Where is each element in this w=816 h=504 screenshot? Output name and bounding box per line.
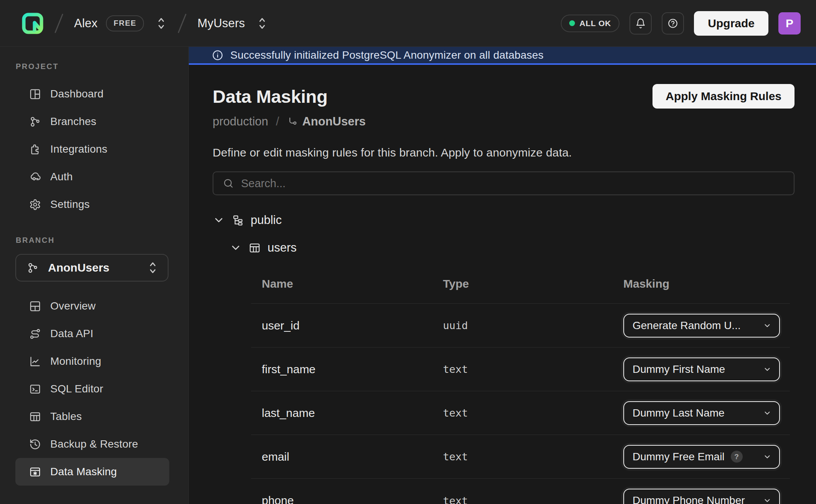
table-row: first_name text Dummy First Name (251, 348, 790, 391)
sidebar-item-auth[interactable]: Auth (15, 163, 169, 191)
help-icon (667, 18, 678, 29)
app-root: Alex FREE MyUsers ALL OK Upgrade P (0, 0, 816, 504)
top-bar-breadcrumbs: Alex FREE MyUsers (21, 12, 268, 35)
sidebar-item-sql-editor[interactable]: SQL Editor (15, 375, 169, 403)
chevron-updown-icon (155, 17, 167, 30)
org-name: Alex (74, 16, 97, 30)
bell-icon (635, 18, 646, 29)
sidebar-item-settings[interactable]: Settings (15, 191, 169, 218)
notifications-button[interactable] (629, 12, 652, 35)
column-header-name: Name (262, 277, 443, 290)
chevron-updown-icon (256, 17, 268, 30)
table-icon (249, 242, 261, 254)
breadcrumb-parent[interactable]: production (213, 115, 268, 128)
neon-logo[interactable] (21, 12, 44, 35)
user-avatar[interactable]: P (778, 12, 801, 35)
sidebar-item-overview[interactable]: Overview (15, 292, 169, 320)
sidebar-item-branches[interactable]: Branches (15, 108, 169, 135)
breadcrumb-separator (178, 13, 187, 33)
top-bar: Alex FREE MyUsers ALL OK Upgrade P (0, 0, 816, 47)
masking-rule-select[interactable]: Dummy First Name (623, 357, 780, 381)
masking-rule-select[interactable]: Dummy Last Name (623, 401, 780, 425)
project-name: MyUsers (197, 16, 245, 30)
page-body: PROJECT Dashboard Branches Integrations … (0, 47, 816, 504)
chart-line-icon (29, 356, 41, 367)
sidebar-section-project: PROJECT (16, 62, 188, 71)
table-name: users (268, 241, 297, 255)
table-row: phone text Dummy Phone Number (251, 479, 790, 504)
columns-table: Name Type Masking user_id uuid Generate … (251, 267, 790, 504)
page-content: Data Masking Apply Masking Rules product… (189, 65, 816, 504)
help-button[interactable] (662, 12, 684, 35)
chevron-down-icon (763, 409, 771, 417)
breadcrumb-current[interactable]: AnonUsers (302, 115, 365, 128)
child-branch-icon (287, 116, 298, 127)
org-plan-badge: FREE (106, 15, 144, 31)
info-banner: Successfully initialized PostgreSQL Anon… (189, 47, 816, 65)
apply-masking-rules-button[interactable]: Apply Masking Rules (652, 84, 795, 109)
masking-rule-select[interactable]: Dummy Free Email ? (623, 445, 780, 469)
chevron-down-icon (763, 365, 771, 374)
dashboard-icon (29, 88, 41, 100)
route-icon (29, 328, 41, 340)
schema-name: public (251, 213, 282, 227)
table-row: email text Dummy Free Email ? (251, 435, 790, 479)
mask-window-icon (29, 466, 41, 478)
masking-rule-select[interactable]: Dummy Phone Number (623, 489, 780, 504)
layout-icon (29, 300, 41, 312)
status-pill[interactable]: ALL OK (561, 15, 620, 32)
schema-icon (232, 214, 244, 226)
sidebar-item-data-masking[interactable]: Data Masking (15, 458, 169, 486)
sidebar-item-tables[interactable]: Tables (15, 403, 169, 430)
sidebar-item-dashboard[interactable]: Dashboard (15, 80, 169, 108)
chevron-down-icon (213, 214, 225, 226)
info-icon (212, 49, 223, 61)
puzzle-icon (29, 143, 41, 155)
sidebar-item-backup-restore[interactable]: Backup & Restore (15, 430, 169, 458)
top-bar-actions: ALL OK Upgrade P (561, 11, 801, 36)
branch-selector-value: AnonUsers (48, 261, 135, 274)
chevron-down-icon (763, 321, 771, 330)
chevron-updown-icon (147, 261, 159, 274)
org-switcher[interactable]: Alex FREE (74, 15, 167, 31)
column-header-masking: Masking (623, 277, 790, 290)
search-box (213, 171, 795, 195)
search-icon (223, 178, 234, 189)
tree-node-table[interactable]: users (230, 239, 795, 257)
git-branch-icon (27, 262, 39, 274)
upgrade-button[interactable]: Upgrade (694, 11, 768, 36)
chevron-down-icon (230, 242, 242, 254)
table-row: user_id uuid Generate Random U... (251, 304, 790, 348)
terminal-icon (29, 383, 41, 395)
branch-breadcrumb: production / AnonUsers (213, 115, 795, 128)
masking-rule-select[interactable]: Generate Random U... (623, 314, 780, 338)
breadcrumb-separator (55, 13, 63, 33)
chevron-down-icon (763, 496, 771, 504)
tree-node-schema[interactable]: public (213, 211, 795, 229)
table-row: last_name text Dummy Last Name (251, 391, 790, 435)
table-icon (29, 411, 41, 423)
branch-selector[interactable]: AnonUsers (15, 254, 168, 282)
table-header-row: Name Type Masking (251, 267, 790, 304)
sidebar-item-data-api[interactable]: Data API (15, 320, 169, 348)
page-description: Define or edit masking rules for this br… (213, 146, 795, 159)
help-badge[interactable]: ? (731, 451, 743, 463)
search-input[interactable] (241, 177, 785, 190)
gear-icon (29, 199, 41, 211)
cloud-key-icon (29, 171, 41, 183)
page-title: Data Masking (213, 86, 327, 107)
history-icon (29, 438, 41, 450)
sidebar-section-branch: BRANCH (16, 236, 188, 245)
main-area: Successfully initialized PostgreSQL Anon… (189, 47, 816, 504)
column-header-type: Type (443, 277, 623, 290)
status-label: ALL OK (580, 19, 611, 28)
breadcrumb-separator: / (276, 115, 279, 128)
project-switcher[interactable]: MyUsers (197, 16, 268, 30)
sidebar-item-monitoring[interactable]: Monitoring (15, 348, 169, 375)
status-ok-dot (569, 20, 575, 26)
sidebar-item-integrations[interactable]: Integrations (15, 135, 169, 163)
schema-tree: public users (213, 211, 795, 257)
sidebar: PROJECT Dashboard Branches Integrations … (0, 47, 189, 504)
git-branch-icon (29, 116, 41, 128)
banner-message: Successfully initialized PostgreSQL Anon… (230, 49, 543, 61)
